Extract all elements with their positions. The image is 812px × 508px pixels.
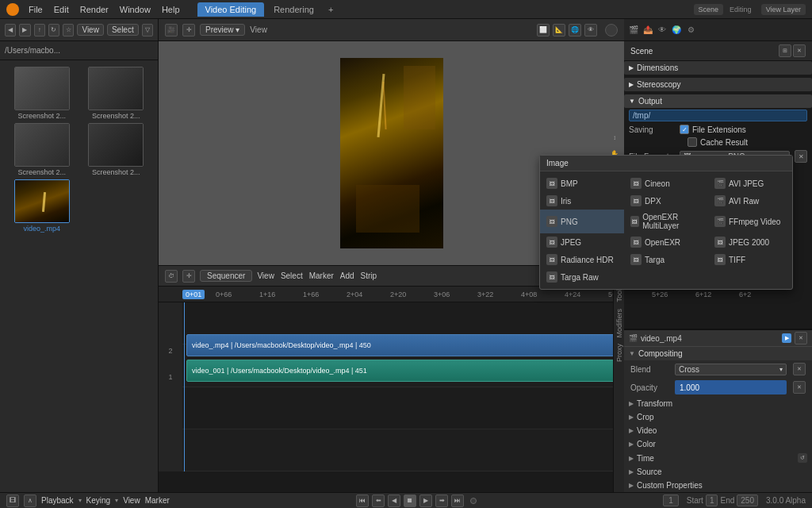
transport-end[interactable]: ⏭ bbox=[451, 495, 464, 507]
file-ext-checkbox[interactable] bbox=[680, 125, 689, 134]
dropdown-targa[interactable]: 🖼 Targa bbox=[624, 251, 708, 268]
scene-options[interactable]: ✕ bbox=[793, 44, 806, 57]
dropdown-cineon[interactable]: 🖼 Cineon bbox=[624, 175, 708, 192]
preview-selector[interactable]: Preview ▾ bbox=[200, 24, 245, 36]
cache-checkbox[interactable] bbox=[688, 137, 697, 147]
dropdown-targaraw[interactable]: 🖼 Targa Raw bbox=[540, 268, 624, 286]
dropdown-ffmpeg[interactable]: 🎬 FFmpeg Video bbox=[708, 210, 792, 233]
menu-file[interactable]: File bbox=[24, 3, 48, 16]
nav-back-btn[interactable]: ◀ bbox=[5, 24, 16, 37]
color-section[interactable]: ▶ Color bbox=[624, 437, 812, 451]
view-btn[interactable]: View bbox=[77, 24, 104, 36]
output-path[interactable]: /tmp/ bbox=[629, 110, 807, 121]
list-item[interactable]: video_.mp4 bbox=[6, 179, 78, 233]
bottom-expand[interactable]: ∧ bbox=[24, 495, 36, 507]
tab-rendering[interactable]: Rendering bbox=[266, 2, 322, 17]
dropdown-jpeg[interactable]: 🖼 JPEG bbox=[540, 233, 624, 251]
nav-up-btn[interactable]: ↑ bbox=[34, 24, 45, 37]
menu-edit[interactable]: Edit bbox=[49, 3, 74, 16]
side-tab-tool[interactable]: Tool bbox=[615, 289, 623, 302]
menu-render[interactable]: Render bbox=[75, 3, 113, 16]
nav-refresh-btn[interactable]: ↻ bbox=[48, 24, 59, 37]
opacity-slider[interactable]: 1.000 bbox=[675, 380, 787, 394]
view-menu[interactable]: View bbox=[250, 25, 267, 34]
menu-help[interactable]: Help bbox=[157, 3, 185, 16]
transport-start[interactable]: ⏮ bbox=[356, 495, 369, 507]
dimensions-header[interactable]: ▶ Dimensions bbox=[624, 61, 812, 75]
select-btn[interactable]: Select bbox=[107, 24, 139, 36]
stereoscopy-header[interactable]: ▶ Stereoscopy bbox=[624, 78, 812, 91]
list-item[interactable]: Screenshot 2... bbox=[81, 67, 152, 120]
view-layer-label[interactable]: View Layer bbox=[761, 4, 806, 15]
props-icon-world[interactable]: ⚙ bbox=[684, 24, 697, 37]
current-frame-display[interactable]: 1 bbox=[663, 495, 679, 506]
transport-prev[interactable]: ⬅ bbox=[372, 495, 385, 507]
transport-play-rev[interactable]: ◀ bbox=[388, 495, 400, 507]
list-item[interactable]: Screenshot 2... bbox=[81, 123, 152, 176]
seq-marker[interactable]: Marker bbox=[309, 271, 334, 280]
transform-section[interactable]: ▶ Transform bbox=[624, 397, 812, 410]
tab-video-editing[interactable]: Video Editing bbox=[197, 2, 265, 17]
scene-selector[interactable]: Scene bbox=[694, 4, 724, 15]
seq-clip-teal[interactable]: video_001 | /Users/macbook/Desktop/video… bbox=[186, 360, 622, 382]
dropdown-tiff[interactable]: 🖼 TIFF bbox=[708, 251, 792, 268]
seq-clip-blue[interactable]: video_.mp4 | /Users/macbook/Desktop/vide… bbox=[186, 334, 622, 356]
custom-props-section[interactable]: ▶ Custom Properties bbox=[624, 479, 812, 492]
preview-zoom[interactable]: 👁 bbox=[584, 24, 597, 37]
menu-window[interactable]: Window bbox=[115, 3, 155, 16]
playback-menu[interactable]: Playback bbox=[41, 496, 74, 505]
marker-menu[interactable]: Marker bbox=[145, 496, 170, 505]
transport-next[interactable]: ➡ bbox=[435, 495, 448, 507]
end-frame[interactable]: 250 bbox=[737, 495, 758, 506]
compositing-header[interactable]: ▼ Compositing bbox=[624, 347, 812, 360]
seq-select[interactable]: Select bbox=[281, 271, 303, 280]
dropdown-iris[interactable]: 🖼 Iris bbox=[540, 192, 624, 210]
dropdown-dpx[interactable]: 🖼 DPX bbox=[624, 192, 708, 210]
preview-tool2[interactable]: 📐 bbox=[553, 24, 565, 37]
side-tab-modifiers[interactable]: Modifiers bbox=[615, 309, 623, 338]
dropdown-png[interactable]: 🖼 PNG bbox=[540, 210, 624, 233]
start-frame[interactable]: 1 bbox=[706, 495, 718, 506]
keying-menu[interactable]: Keying bbox=[86, 496, 111, 505]
time-section[interactable]: ▶ Time ↺ bbox=[624, 451, 812, 465]
seq-view[interactable]: View bbox=[257, 271, 274, 280]
dropdown-bmp[interactable]: 🖼 BMP bbox=[540, 175, 624, 192]
list-item[interactable]: Screenshot 2... bbox=[6, 67, 78, 120]
nav-forward-btn[interactable]: ▶ bbox=[19, 24, 30, 37]
transport-play[interactable]: ▶ bbox=[419, 495, 432, 507]
seq-add[interactable]: Add bbox=[340, 271, 354, 280]
side-tab-proxy[interactable]: Proxy bbox=[615, 344, 623, 362]
props-icon-output[interactable]: 📤 bbox=[642, 24, 654, 37]
preview-options[interactable] bbox=[605, 24, 618, 37]
output-header[interactable]: ▼ Output bbox=[624, 94, 812, 108]
strip-close[interactable]: ✕ bbox=[795, 332, 807, 344]
source-section[interactable]: ▶ Source bbox=[624, 465, 812, 479]
props-icon-render[interactable]: 🎬 bbox=[627, 24, 640, 37]
filter-btn[interactable]: ▽ bbox=[142, 24, 153, 37]
format-options[interactable]: ✕ bbox=[795, 150, 807, 163]
preview-tool1[interactable]: ⬜ bbox=[537, 24, 550, 37]
opacity-options[interactable]: ✕ bbox=[793, 381, 806, 394]
dropdown-avijpeg[interactable]: 🎬 AVI JPEG bbox=[708, 175, 792, 192]
bookmark-btn[interactable]: ☆ bbox=[63, 24, 74, 37]
crop-section[interactable]: ▶ Crop bbox=[624, 410, 812, 424]
dropdown-jpeg2000[interactable]: 🖼 JPEG 2000 bbox=[708, 233, 792, 251]
dropdown-openexrml[interactable]: 🖼 OpenEXR MultiLayer bbox=[624, 210, 708, 233]
list-item[interactable]: Screenshot 2... bbox=[6, 123, 78, 176]
time-icon[interactable]: ↺ bbox=[798, 453, 807, 463]
view-menu-bottom[interactable]: View bbox=[123, 496, 140, 505]
transport-stop[interactable]: ⏹ bbox=[404, 495, 416, 507]
tab-add[interactable]: + bbox=[324, 2, 338, 17]
dropdown-aviraw[interactable]: 🎬 AVI Raw bbox=[708, 192, 792, 210]
dropdown-openexr[interactable]: 🖼 OpenEXR bbox=[624, 233, 708, 251]
dropdown-radiance[interactable]: 🖼 Radiance HDR bbox=[540, 251, 624, 268]
seq-strip[interactable]: Strip bbox=[361, 271, 377, 280]
cache-result-check[interactable]: Cache Result bbox=[688, 137, 748, 147]
props-icon-scene[interactable]: 🌍 bbox=[670, 24, 683, 37]
props-icon-view[interactable]: 👁 bbox=[656, 24, 668, 37]
preview-side-tool1[interactable]: ↕ bbox=[608, 131, 621, 144]
blend-selector[interactable]: Cross ▾ bbox=[675, 364, 787, 375]
preview-tool3[interactable]: 🌐 bbox=[569, 24, 581, 37]
scene-browse[interactable]: ⊞ bbox=[779, 44, 791, 57]
file-extensions-check[interactable]: File Extensions bbox=[680, 125, 746, 134]
